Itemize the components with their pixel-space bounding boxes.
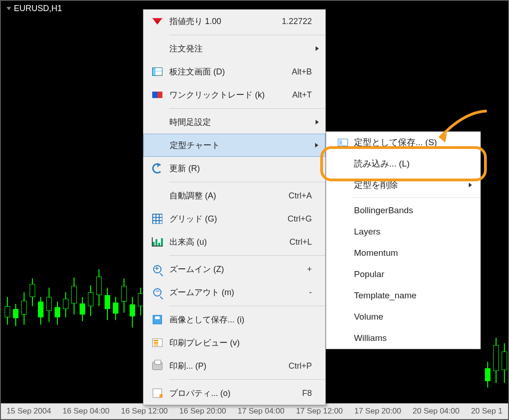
x-axis-tick: 16 Sep 12:00 bbox=[121, 407, 168, 416]
menu-print-shortcut: Ctrl+P bbox=[279, 361, 312, 371]
submenu-template-item-label: Momentum bbox=[354, 248, 472, 258]
print-preview-icon bbox=[152, 339, 162, 347]
menu-grid-label: グリッド (G) bbox=[169, 213, 279, 224]
submenu-template-item[interactable]: Volume bbox=[326, 306, 480, 327]
menu-grid-shortcut: Ctrl+G bbox=[279, 214, 312, 224]
submenu-arrow-icon bbox=[316, 120, 319, 124]
sell-arrow-icon bbox=[152, 18, 162, 25]
menu-auto-arrange-shortcut: Ctrl+A bbox=[279, 191, 312, 201]
menu-one-click-label: ワンクリックトレード (k) bbox=[169, 89, 279, 100]
menu-timeframes[interactable]: 時間足設定 bbox=[143, 111, 325, 134]
submenu-template-item-label: Template_name bbox=[354, 290, 472, 301]
submenu-template-item-label: Williams bbox=[354, 333, 472, 343]
x-axis-tick: 16 Sep 20:00 bbox=[180, 407, 226, 416]
submenu-remove-template-label: 定型を削除 bbox=[354, 179, 469, 191]
menu-sell-limit-label: 指値売り 1.00 bbox=[169, 16, 279, 27]
chart-x-axis: 15 Sep 200416 Sep 04:0016 Sep 12:0016 Se… bbox=[1, 403, 508, 419]
menu-properties-shortcut: F8 bbox=[279, 389, 312, 398]
menu-sell-limit-price: 1.22722 bbox=[279, 17, 312, 26]
x-axis-tick: 16 Sep 04:00 bbox=[62, 407, 109, 416]
menu-depth-of-market[interactable]: 板注文画面 (D) Alt+B bbox=[143, 60, 325, 83]
menu-save-as-picture[interactable]: 画像として保存... (i) bbox=[143, 308, 325, 331]
menu-zoom-in-shortcut: + bbox=[279, 265, 312, 274]
menu-auto-arrange[interactable]: 自動調整 (A) Ctrl+A bbox=[143, 184, 325, 207]
submenu-template-item-label: BollingerBands bbox=[354, 205, 472, 216]
menu-dom-shortcut: Alt+B bbox=[279, 67, 312, 77]
menu-dom-label: 板注文画面 (D) bbox=[169, 66, 279, 77]
menu-auto-arrange-label: 自動調整 (A) bbox=[169, 190, 279, 201]
submenu-template-item[interactable]: Momentum bbox=[326, 242, 480, 264]
menu-refresh[interactable]: 更新 (R) bbox=[143, 157, 325, 180]
submenu-arrow-icon bbox=[469, 183, 472, 187]
x-axis-tick: 15 Sep 2004 bbox=[6, 407, 51, 416]
menu-one-click-trade[interactable]: ワンクリックトレード (k) Alt+T bbox=[143, 83, 325, 106]
templates-submenu: 定型として保存... (S) 読み込み... (L) 定型を削除 Bolling… bbox=[326, 131, 481, 349]
dom-grid-icon bbox=[152, 68, 162, 76]
menu-volumes-shortcut: Ctrl+L bbox=[279, 237, 312, 247]
menu-new-order[interactable]: 注文発注 bbox=[143, 37, 325, 60]
x-axis-tick: 17 Sep 20:00 bbox=[354, 407, 401, 416]
submenu-template-item[interactable]: Template_name bbox=[326, 285, 480, 306]
menu-save-image-label: 画像として保存... (i) bbox=[169, 314, 279, 325]
menu-refresh-label: 更新 (R) bbox=[169, 163, 279, 174]
x-axis-tick: 20 Sep 1 bbox=[471, 407, 503, 416]
menu-zoom-out-shortcut: - bbox=[279, 288, 312, 297]
menu-print-preview[interactable]: 印刷プレビュー (v) bbox=[143, 331, 325, 354]
submenu-template-item-label: Layers bbox=[354, 227, 472, 237]
menu-print-preview-label: 印刷プレビュー (v) bbox=[169, 337, 279, 348]
x-axis-tick: 20 Sep 04:00 bbox=[413, 407, 459, 416]
submenu-save-template-label: 定型として保存... (S) bbox=[354, 136, 472, 148]
menu-zoom-out[interactable]: ズームアウト (m) - bbox=[143, 281, 325, 304]
menu-grid[interactable]: グリッド (G) Ctrl+G bbox=[143, 207, 325, 230]
print-icon bbox=[152, 362, 162, 370]
submenu-template-item-label: Popular bbox=[354, 269, 472, 279]
menu-volumes[interactable]: 出来高 (u) Ctrl+L bbox=[143, 230, 325, 253]
menu-print[interactable]: 印刷... (P) Ctrl+P bbox=[143, 354, 325, 377]
submenu-remove-template[interactable]: 定型を削除 bbox=[326, 174, 480, 196]
submenu-arrow-icon bbox=[315, 143, 318, 148]
volume-icon bbox=[152, 237, 163, 247]
x-axis-tick: 17 Sep 04:00 bbox=[238, 407, 285, 416]
menu-properties-label: プロパティ... (o) bbox=[169, 388, 279, 399]
menu-templates[interactable]: 定型チャート bbox=[143, 134, 325, 157]
one-click-icon bbox=[152, 92, 162, 98]
menu-one-click-shortcut: Alt+T bbox=[279, 90, 312, 100]
submenu-save-template[interactable]: 定型として保存... (S) bbox=[326, 132, 480, 153]
menu-templates-label: 定型チャート bbox=[170, 140, 279, 151]
submenu-template-item-label: Volume bbox=[354, 312, 472, 322]
submenu-template-item[interactable]: Layers bbox=[326, 221, 480, 242]
menu-zoom-out-label: ズームアウト (m) bbox=[169, 287, 279, 298]
x-axis-tick: 17 Sep 12:00 bbox=[296, 407, 343, 416]
grid-icon bbox=[152, 214, 162, 224]
submenu-load-template[interactable]: 読み込み... (L) bbox=[326, 153, 480, 174]
submenu-load-template-label: 読み込み... (L) bbox=[354, 158, 472, 170]
menu-new-order-label: 注文発注 bbox=[169, 43, 279, 54]
menu-volumes-label: 出来高 (u) bbox=[169, 236, 279, 247]
menu-properties[interactable]: プロパティ... (o) F8 bbox=[143, 382, 325, 405]
menu-print-label: 印刷... (P) bbox=[169, 360, 279, 371]
menu-zoom-in[interactable]: ズームイン (Z) + bbox=[143, 258, 325, 281]
menu-sell-limit[interactable]: 指値売り 1.00 1.22722 bbox=[143, 10, 325, 33]
refresh-icon bbox=[152, 163, 162, 173]
template-save-icon bbox=[338, 139, 348, 146]
menu-zoom-in-label: ズームイン (Z) bbox=[169, 264, 279, 275]
submenu-template-item[interactable]: Williams bbox=[326, 327, 480, 349]
submenu-arrow-icon bbox=[316, 46, 319, 51]
chart-context-menu: 指値売り 1.00 1.22722 注文発注 板注文画面 (D) Alt+B ワ… bbox=[143, 9, 326, 405]
save-image-icon bbox=[153, 315, 162, 324]
menu-timeframes-label: 時間足設定 bbox=[169, 117, 279, 128]
properties-icon bbox=[153, 389, 162, 398]
submenu-template-item[interactable]: Popular bbox=[326, 264, 480, 285]
zoom-in-icon bbox=[153, 265, 161, 273]
zoom-out-icon bbox=[153, 288, 161, 296]
submenu-template-item[interactable]: BollingerBands bbox=[326, 200, 480, 221]
